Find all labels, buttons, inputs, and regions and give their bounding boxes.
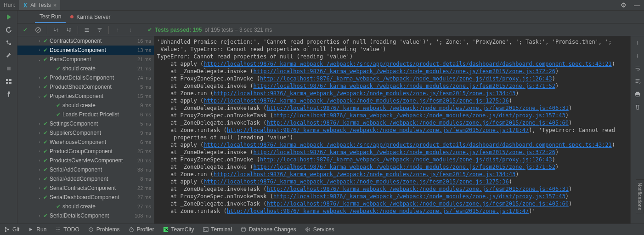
tree-row[interactable]: ›✔WarehouseComponent6 ms: [17, 138, 154, 147]
chevron-icon[interactable]: ›: [37, 177, 42, 181]
tab-all-tests[interactable]: All Tests ×: [19, 0, 60, 10]
stack-link[interactable]: http://localhost:9876/_karma_webpack_/we…: [203, 61, 612, 67]
stack-link[interactable]: http://localhost:9876/_karma_webpack_/we…: [254, 83, 555, 89]
print-icon[interactable]: [634, 91, 641, 98]
stack-link[interactable]: http://localhost:9876/_karma_webpack_/we…: [227, 208, 529, 214]
down-icon[interactable]: ↓: [634, 52, 641, 59]
stack-link[interactable]: http://localhost:9876/_karma_webpack_/we…: [214, 90, 515, 97]
stack-link[interactable]: http://localhost:9876/_karma_webpack_/we…: [203, 97, 509, 104]
tree-row[interactable]: ›✔SerialAddComponent38 ms: [17, 165, 154, 174]
collapse-icon[interactable]: [95, 25, 105, 35]
stack-link[interactable]: http://localhost:9876/_karma_webpack_/we…: [266, 105, 568, 111]
chevron-icon[interactable]: ⌄: [37, 195, 42, 200]
chevron-icon[interactable]: ›: [37, 140, 42, 144]
stack-link[interactable]: http://localhost:9876/_karma_webpack_/we…: [266, 186, 568, 192]
next-icon[interactable]: ↓: [125, 25, 136, 35]
chevron-icon[interactable]: ⌄: [37, 94, 42, 98]
sb-services[interactable]: Services: [305, 226, 334, 233]
chevron-icon[interactable]: ›: [37, 75, 42, 80]
chevron-icon[interactable]: ›: [37, 158, 42, 163]
wrench-icon[interactable]: [5, 52, 12, 59]
stack-link[interactable]: http://localhost:9876/_karma_webpack_/we…: [273, 193, 565, 200]
tree-row[interactable]: ›✔ProductDetailsComponent74 ms: [17, 73, 154, 82]
chevron-icon[interactable]: ›: [37, 131, 42, 135]
stack-link[interactable]: http://localhost:9876/_karma_webpack_/we…: [254, 164, 555, 170]
tree-row[interactable]: ✔should create27 ms: [17, 202, 154, 211]
stack-link[interactable]: http://localhost:9876/_karma_webpack_/we…: [214, 171, 515, 178]
toggle-auto-icon[interactable]: [5, 39, 12, 46]
pin-icon[interactable]: [5, 91, 12, 98]
tree-row[interactable]: ›✔SerialContractsComponent22 ms: [17, 183, 154, 193]
show-passed-icon[interactable]: ✔: [20, 25, 30, 35]
up-icon[interactable]: ↑: [634, 39, 641, 46]
sb-profiler[interactable]: Profiler: [128, 226, 154, 233]
console-output[interactable]: 'Unhandled Promise rejection:', 'Cannot …: [154, 36, 630, 224]
rerun-icon[interactable]: [5, 13, 12, 21]
gear-icon[interactable]: ⚙: [617, 1, 630, 9]
tree-row[interactable]: ›✔ProductsOverviewComponent20 ms: [17, 156, 154, 165]
clear-icon[interactable]: [634, 103, 641, 111]
sb-terminal[interactable]: Terminal: [203, 226, 232, 233]
test-tree[interactable]: ›✔ContractsComponent16 ms›✔DocumentsComp…: [17, 36, 154, 224]
sb-todo[interactable]: TODO: [55, 226, 79, 233]
chevron-icon[interactable]: ›: [37, 85, 42, 89]
chevron-icon[interactable]: ›: [37, 39, 42, 43]
sb-db[interactable]: Database Changes: [240, 226, 296, 233]
show-ignored-icon[interactable]: [33, 25, 43, 35]
tree-row[interactable]: ›✔ProductSheetComponent5 ms: [17, 82, 154, 92]
tree-row[interactable]: ›✔SuppliersComponent9 ms: [17, 128, 154, 138]
stack-link[interactable]: http://localhost:9876/_karma_webpack_/we…: [260, 156, 552, 163]
stack-link[interactable]: http://localhost:9876/_karma_webpack_/we…: [203, 142, 612, 148]
sb-git[interactable]: Git: [4, 226, 19, 233]
stack-link[interactable]: http://localhost:9876/_karma_webpack_/we…: [203, 178, 509, 185]
chevron-icon[interactable]: ›: [37, 48, 42, 52]
stack-link[interactable]: http://localhost:9876/_karma_webpack_/we…: [260, 75, 552, 82]
tree-row[interactable]: ⌄✔PartsComponent21 ms: [17, 55, 154, 64]
chevron-icon[interactable]: ›: [37, 213, 42, 218]
chevron-icon[interactable]: ›: [37, 167, 42, 172]
scroll-end-icon[interactable]: [634, 78, 641, 85]
sort-icon[interactable]: [51, 25, 61, 35]
sort-alpha-icon[interactable]: az: [64, 25, 74, 35]
dot-icon: [70, 15, 73, 18]
stack-link[interactable]: http://localhost:9876/_karma_webpack_/we…: [227, 127, 529, 133]
tree-row[interactable]: ›✔SerialAddedComponent8 ms: [17, 174, 154, 183]
prev-icon[interactable]: ↑: [113, 25, 123, 35]
tab-test-run[interactable]: Test Run: [35, 11, 66, 23]
stack-link[interactable]: http://localhost:9876/_karma_webpack_/we…: [273, 112, 565, 119]
tree-row[interactable]: ›✔SerialDetailsComponent108 ms: [17, 211, 154, 220]
chevron-icon[interactable]: ⌄: [37, 57, 42, 62]
stack-link[interactable]: http://localhost:9876/_karma_webpack_/we…: [266, 201, 568, 207]
tab-karma-server[interactable]: Karma Server: [66, 11, 115, 23]
chevron-icon[interactable]: ›: [37, 149, 42, 154]
chevron-icon[interactable]: ›: [37, 121, 42, 126]
soft-wrap-icon[interactable]: [634, 65, 641, 72]
tree-row[interactable]: ›✔ProductGroupComponent25 ms: [17, 147, 154, 156]
tree-row[interactable]: ✔Loads Product Pricelist6 ms: [17, 110, 154, 119]
stop-icon[interactable]: [5, 65, 12, 72]
tree-row[interactable]: ›✔ContractsComponent16 ms: [17, 36, 154, 46]
tree-row[interactable]: ✔should create21 ms: [17, 64, 154, 73]
minimize-icon[interactable]: —: [630, 1, 644, 9]
sb-run[interactable]: Run: [28, 226, 46, 233]
notifications-tab[interactable]: Notifications: [636, 179, 644, 213]
expand-icon[interactable]: [82, 25, 92, 35]
svg-rect-2: [7, 67, 11, 70]
tree-row[interactable]: ⌄✔PropertiesComponent15 ms: [17, 92, 154, 101]
rerun-failed-icon[interactable]: [5, 26, 12, 34]
tree-time: 20 ms: [137, 158, 151, 163]
stack-link[interactable]: http://localhost:9876/_karma_webpack_/we…: [254, 68, 555, 75]
sb-problems[interactable]: Problems: [88, 226, 120, 233]
tree-row[interactable]: ⌄✔SerialDashboardComponent27 ms: [17, 193, 154, 202]
layout-icon[interactable]: [5, 78, 12, 85]
tree-row[interactable]: ✔should create9 ms: [17, 101, 154, 110]
stack-link[interactable]: http://localhost:9876/_karma_webpack_/we…: [254, 149, 555, 155]
close-icon[interactable]: ×: [53, 2, 57, 9]
tree-row[interactable]: ›✔DocumentsComponent13 ms: [17, 46, 154, 55]
chevron-icon[interactable]: ›: [37, 186, 42, 190]
sb-teamcity[interactable]: TCTeamCity: [163, 226, 194, 233]
tree-row[interactable]: ›✔SettingsComponent5 ms: [17, 119, 154, 128]
console-line: Value:', TypeError: Cannot read properti…: [157, 46, 627, 53]
stack-link[interactable]: http://localhost:9876/_karma_webpack_/we…: [266, 120, 568, 126]
tree-time: 15 ms: [137, 93, 151, 99]
